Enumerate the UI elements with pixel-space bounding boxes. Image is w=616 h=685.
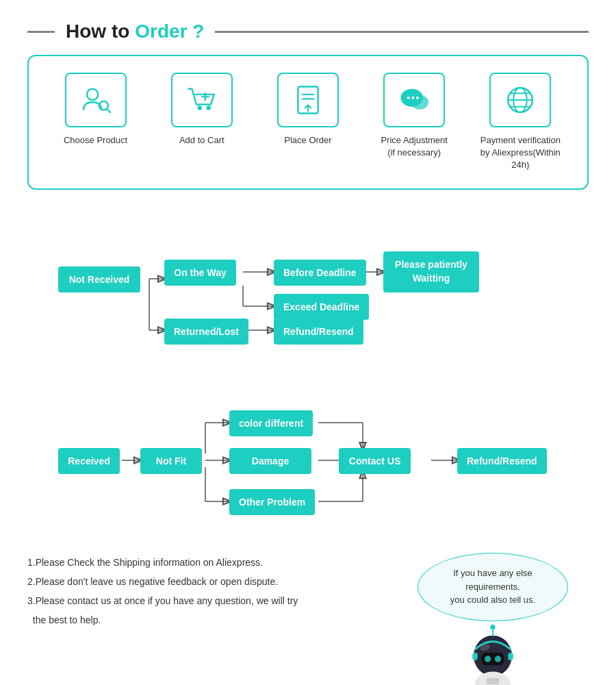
flowchart-received-section: Received Not Fit color different Damage …	[0, 388, 616, 539]
cart-icon	[184, 82, 220, 118]
bubble-text: If you have any else requirements,you co…	[418, 553, 568, 621]
note-1: 1.Please Check the Shipping information …	[27, 553, 383, 572]
svg-point-14	[412, 97, 415, 99]
flow-container-2: Received Not Fit color different Damage …	[21, 395, 595, 532]
step-icon-choose-product	[65, 73, 127, 127]
node-before-deadline: Before Deadline	[274, 260, 366, 286]
node-received: Received	[58, 448, 120, 474]
svg-point-44	[485, 656, 491, 662]
svg-point-4	[206, 105, 211, 110]
svg-point-45	[495, 656, 501, 662]
node-not-received: Not Received	[58, 266, 140, 292]
step-price-adjustment: Price Adjustment(if necessary)	[366, 73, 462, 159]
flow-container-1: Not Received On the Way Returned/Lost Be…	[21, 217, 595, 375]
step-icon-place-order	[277, 73, 339, 127]
svg-line-2	[107, 109, 110, 112]
step-icon-add-to-cart	[171, 73, 233, 127]
node-refund-resend-2: Refund/Resend	[457, 448, 547, 474]
svg-point-49	[490, 624, 495, 629]
note-2: 2.Please don't leave us negative feedbac…	[27, 572, 383, 591]
svg-point-13	[407, 97, 410, 99]
node-please-wait: Please patientlyWaitting	[383, 251, 479, 292]
section-title: How to Order ?	[27, 21, 589, 42]
svg-point-0	[87, 89, 98, 100]
node-on-the-way: On the Way	[164, 260, 236, 286]
node-contact-us: Contact US	[339, 448, 411, 474]
node-exceed-deadline: Exceed Deadline	[274, 294, 369, 320]
flowchart-not-received-section: Not Received On the Way Returned/Lost Be…	[0, 203, 616, 388]
step-label-place-order: Place Order	[284, 134, 331, 147]
notes-section: 1.Please Check the Shipping information …	[0, 539, 616, 685]
svg-point-15	[416, 97, 419, 99]
node-color-different: color different	[229, 410, 313, 436]
step-choose-product: Choose Product	[48, 73, 144, 147]
step-place-order: Place Order	[260, 73, 356, 147]
step-label-add-to-cart: Add to Cart	[179, 134, 224, 147]
step-icon-price-adjustment	[383, 73, 445, 127]
search-person-icon	[78, 82, 114, 118]
order-steps-box: Choose Product Add to Cart	[27, 55, 589, 190]
speech-bubble-icon	[396, 82, 432, 118]
robot-illustration	[452, 614, 534, 685]
order-label: Order ?	[135, 21, 204, 42]
robot-bubble-section: If you have any else requirements,you co…	[397, 553, 589, 685]
step-payment-verification: Payment verificationby Aliexpress(Within…	[472, 73, 568, 172]
step-label-choose-product: Choose Product	[64, 134, 127, 147]
step-label-price-adjustment: Price Adjustment(if necessary)	[381, 134, 448, 159]
svg-rect-47	[508, 652, 513, 660]
how-to-order-section: How to Order ? Choose Product	[0, 0, 616, 203]
globe-icon	[502, 82, 538, 118]
note-3: 3.Please contact us at once if you have …	[27, 591, 383, 630]
node-returned-lost: Returned/Lost	[164, 319, 248, 345]
notes-text-block: 1.Please Check the Shipping information …	[27, 553, 383, 630]
step-icon-payment-verification	[489, 73, 551, 127]
step-add-to-cart: Add to Cart	[154, 73, 250, 147]
document-upload-icon	[290, 82, 326, 118]
svg-rect-52	[487, 677, 500, 684]
node-refund-resend-1: Refund/Resend	[274, 319, 363, 345]
node-damage: Damage	[229, 448, 311, 474]
node-not-fit: Not Fit	[140, 448, 202, 474]
step-label-payment-verification: Payment verificationby Aliexpress(Within…	[472, 134, 568, 172]
node-other-problem: Other Problem	[229, 489, 315, 515]
svg-rect-46	[472, 652, 477, 660]
how-label: How to	[66, 21, 129, 42]
svg-point-3	[197, 105, 202, 110]
